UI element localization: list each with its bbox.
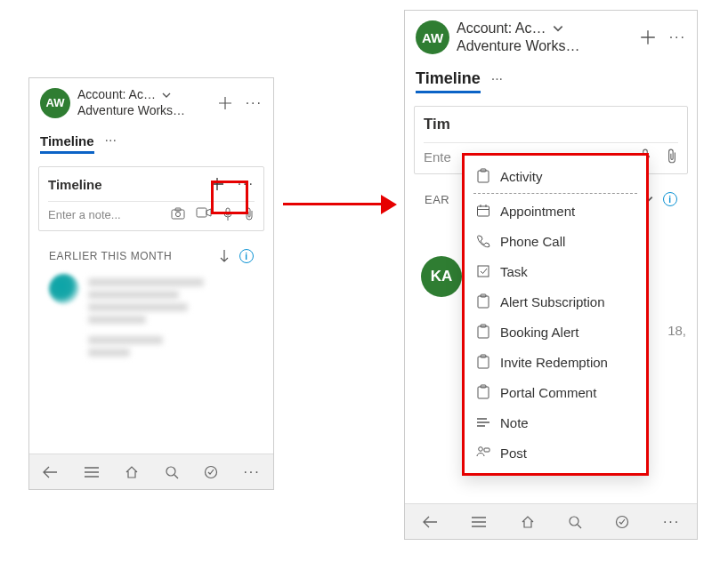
svg-rect-21 [478,387,489,398]
menu-item-portal-comment[interactable]: Portal Comment [465,377,646,407]
svg-rect-13 [478,206,489,216]
mobile-screen-collapsed: AW Account: Ac… Adventure Works… ··· Tim… [28,77,274,490]
home-button[interactable] [125,465,139,479]
svg-rect-11 [478,171,489,182]
clipboard-icon [475,384,491,400]
record-header: AW Account: Ac… Adventure Works… ··· [405,11,697,60]
header-title-block: Account: Ac… Adventure Works… [77,87,205,118]
tab-overflow[interactable]: ··· [491,71,503,92]
menu-label: Booking Alert [500,325,578,340]
tab-timeline[interactable]: Timeline [416,69,481,93]
menu-label: Note [500,415,529,430]
menu-label: Alert Subscription [500,294,605,309]
tab-overflow[interactable]: ··· [105,132,117,154]
timeline-item-date-fragment: 18, [667,323,686,338]
blurred-avatar [49,274,79,304]
tab-timeline[interactable]: Timeline [40,133,94,154]
menu-item-task[interactable]: Task [465,256,646,286]
menu-item-alert-subscription[interactable]: Alert Subscription [465,286,646,317]
svg-rect-3 [197,208,206,217]
menu-button[interactable] [471,516,487,528]
svg-rect-4 [226,208,230,215]
timeline-card: Timeline ··· Enter a note... [38,166,264,231]
timeline-card-title: Tim [424,116,678,133]
header-title-block: Account: Ac… Adventure Works… [457,20,627,55]
clipboard-icon [475,293,491,309]
clipboard-icon [475,354,491,370]
timeline-item-avatar: KA [421,256,462,297]
record-name: Adventure Works… [77,103,205,119]
add-record-button[interactable] [217,95,233,111]
menu-label: Appointment [500,204,575,219]
more-actions-button[interactable]: ··· [246,95,263,111]
chevron-down-icon[interactable] [552,22,564,35]
menu-item-post[interactable]: Post [465,438,646,468]
add-record-button[interactable] [639,28,657,46]
video-icon[interactable] [196,207,212,221]
info-icon[interactable]: i [663,192,677,206]
svg-point-9 [570,517,578,526]
info-icon[interactable]: i [239,249,254,263]
more-actions-button[interactable]: ··· [669,29,686,45]
clipboard-icon [475,168,491,184]
svg-rect-14 [478,266,489,277]
note-entry-row: Enter a note... [39,202,263,230]
search-button[interactable] [568,515,582,529]
task-button[interactable] [204,465,218,479]
callout-arrow [283,196,397,213]
svg-rect-15 [478,296,489,308]
menu-button[interactable] [84,466,100,478]
timeline-add-button[interactable] [209,176,225,192]
svg-rect-19 [478,357,489,368]
record-type-title: Account: Ac… [77,87,156,103]
back-button[interactable] [422,516,438,528]
section-title: EARLIER THIS MONTH [49,250,172,262]
menu-label: Post [500,446,527,461]
menu-label: Phone Call [500,234,565,249]
account-avatar: AW [416,20,449,54]
timeline-more-button[interactable]: ··· [238,176,255,192]
clipboard-icon [475,324,491,340]
attachment-icon[interactable] [244,207,255,221]
menu-label: Invite Redemption [500,355,608,370]
menu-label: Portal Comment [500,385,596,400]
menu-item-phone-call[interactable]: Phone Call [465,226,646,256]
record-header: AW Account: Ac… Adventure Works… ··· [29,78,273,124]
menu-label: Activity [500,169,543,184]
overflow-button[interactable]: ··· [243,464,260,480]
home-button[interactable] [521,515,535,529]
note-input[interactable]: Enter a note... [48,208,162,221]
record-type-title: Account: Ac… [457,20,546,37]
bottom-nav: ··· [29,454,273,489]
menu-item-booking-alert[interactable]: Booking Alert [465,317,646,347]
attachment-icon[interactable] [666,149,678,165]
overflow-button[interactable]: ··· [663,514,680,530]
chevron-down-icon[interactable] [161,90,172,100]
menu-item-note[interactable]: Note [465,407,646,438]
sort-toggle[interactable] [218,249,231,263]
timeline-item-blurred [38,269,264,366]
svg-rect-24 [484,448,489,452]
phone-icon [475,233,491,249]
camera-icon[interactable] [171,207,185,221]
tabs: Timeline ··· [29,129,273,154]
timeline-panel: Timeline ··· Enter a note... [29,154,273,454]
microphone-icon[interactable] [222,207,233,221]
svg-point-5 [166,467,175,476]
account-avatar: AW [40,88,70,118]
note-icon [475,414,491,430]
menu-item-activity[interactable]: Activity [465,161,646,191]
task-button[interactable] [615,515,629,529]
timeline-card-title: Timeline [48,177,202,192]
timeline-add-menu: Activity Appointment Phone Call Task Ale… [462,153,649,476]
post-icon [475,445,491,461]
bottom-nav: ··· [405,503,697,539]
search-button[interactable] [165,465,179,479]
menu-item-invite-redemption[interactable]: Invite Redemption [465,347,646,377]
mobile-screen-expanded: AW Account: Ac… Adventure Works… ··· Tim… [404,10,698,540]
svg-rect-17 [478,326,489,338]
tabs: Timeline ··· [405,66,697,93]
menu-item-appointment[interactable]: Appointment [465,196,646,226]
record-name: Adventure Works… [457,37,627,55]
back-button[interactable] [42,466,58,478]
